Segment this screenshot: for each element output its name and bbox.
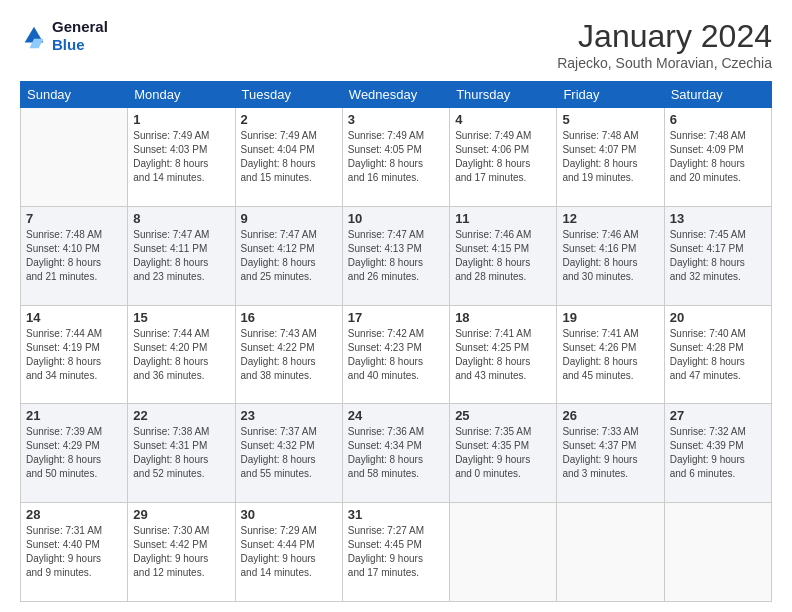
day-info: Sunrise: 7:33 AMSunset: 4:37 PMDaylight:…	[562, 425, 658, 481]
calendar-cell: 21Sunrise: 7:39 AMSunset: 4:29 PMDayligh…	[21, 404, 128, 503]
day-number: 31	[348, 507, 444, 522]
calendar-table: SundayMondayTuesdayWednesdayThursdayFrid…	[20, 81, 772, 602]
calendar-cell: 8Sunrise: 7:47 AMSunset: 4:11 PMDaylight…	[128, 206, 235, 305]
logo-icon	[20, 22, 48, 50]
calendar-cell: 31Sunrise: 7:27 AMSunset: 4:45 PMDayligh…	[342, 503, 449, 602]
day-number: 28	[26, 507, 122, 522]
day-number: 17	[348, 310, 444, 325]
day-number: 1	[133, 112, 229, 127]
header: General Blue January 2024 Rajecko, South…	[20, 18, 772, 71]
weekday-header-friday: Friday	[557, 82, 664, 108]
day-info: Sunrise: 7:31 AMSunset: 4:40 PMDaylight:…	[26, 524, 122, 580]
day-number: 30	[241, 507, 337, 522]
day-number: 2	[241, 112, 337, 127]
day-info: Sunrise: 7:49 AMSunset: 4:05 PMDaylight:…	[348, 129, 444, 185]
day-number: 14	[26, 310, 122, 325]
day-info: Sunrise: 7:44 AMSunset: 4:20 PMDaylight:…	[133, 327, 229, 383]
day-info: Sunrise: 7:38 AMSunset: 4:31 PMDaylight:…	[133, 425, 229, 481]
calendar-cell: 18Sunrise: 7:41 AMSunset: 4:25 PMDayligh…	[450, 305, 557, 404]
calendar-cell	[450, 503, 557, 602]
day-info: Sunrise: 7:29 AMSunset: 4:44 PMDaylight:…	[241, 524, 337, 580]
day-info: Sunrise: 7:41 AMSunset: 4:25 PMDaylight:…	[455, 327, 551, 383]
day-number: 11	[455, 211, 551, 226]
weekday-header-monday: Monday	[128, 82, 235, 108]
week-row-1: 7Sunrise: 7:48 AMSunset: 4:10 PMDaylight…	[21, 206, 772, 305]
week-row-0: 1Sunrise: 7:49 AMSunset: 4:03 PMDaylight…	[21, 108, 772, 207]
day-number: 3	[348, 112, 444, 127]
day-number: 27	[670, 408, 766, 423]
day-info: Sunrise: 7:49 AMSunset: 4:03 PMDaylight:…	[133, 129, 229, 185]
calendar-cell: 27Sunrise: 7:32 AMSunset: 4:39 PMDayligh…	[664, 404, 771, 503]
calendar-cell	[557, 503, 664, 602]
calendar-cell: 28Sunrise: 7:31 AMSunset: 4:40 PMDayligh…	[21, 503, 128, 602]
day-number: 9	[241, 211, 337, 226]
calendar-cell: 29Sunrise: 7:30 AMSunset: 4:42 PMDayligh…	[128, 503, 235, 602]
day-number: 19	[562, 310, 658, 325]
calendar-cell: 14Sunrise: 7:44 AMSunset: 4:19 PMDayligh…	[21, 305, 128, 404]
day-info: Sunrise: 7:47 AMSunset: 4:13 PMDaylight:…	[348, 228, 444, 284]
calendar-cell: 19Sunrise: 7:41 AMSunset: 4:26 PMDayligh…	[557, 305, 664, 404]
day-info: Sunrise: 7:27 AMSunset: 4:45 PMDaylight:…	[348, 524, 444, 580]
calendar-cell: 7Sunrise: 7:48 AMSunset: 4:10 PMDaylight…	[21, 206, 128, 305]
day-info: Sunrise: 7:43 AMSunset: 4:22 PMDaylight:…	[241, 327, 337, 383]
day-info: Sunrise: 7:47 AMSunset: 4:12 PMDaylight:…	[241, 228, 337, 284]
calendar-cell: 26Sunrise: 7:33 AMSunset: 4:37 PMDayligh…	[557, 404, 664, 503]
day-info: Sunrise: 7:48 AMSunset: 4:09 PMDaylight:…	[670, 129, 766, 185]
day-info: Sunrise: 7:48 AMSunset: 4:07 PMDaylight:…	[562, 129, 658, 185]
day-info: Sunrise: 7:49 AMSunset: 4:04 PMDaylight:…	[241, 129, 337, 185]
week-row-2: 14Sunrise: 7:44 AMSunset: 4:19 PMDayligh…	[21, 305, 772, 404]
weekday-header-sunday: Sunday	[21, 82, 128, 108]
day-number: 5	[562, 112, 658, 127]
day-info: Sunrise: 7:49 AMSunset: 4:06 PMDaylight:…	[455, 129, 551, 185]
week-row-4: 28Sunrise: 7:31 AMSunset: 4:40 PMDayligh…	[21, 503, 772, 602]
day-info: Sunrise: 7:37 AMSunset: 4:32 PMDaylight:…	[241, 425, 337, 481]
calendar-cell: 15Sunrise: 7:44 AMSunset: 4:20 PMDayligh…	[128, 305, 235, 404]
day-info: Sunrise: 7:41 AMSunset: 4:26 PMDaylight:…	[562, 327, 658, 383]
day-number: 12	[562, 211, 658, 226]
day-number: 26	[562, 408, 658, 423]
day-info: Sunrise: 7:48 AMSunset: 4:10 PMDaylight:…	[26, 228, 122, 284]
week-row-3: 21Sunrise: 7:39 AMSunset: 4:29 PMDayligh…	[21, 404, 772, 503]
day-number: 10	[348, 211, 444, 226]
calendar-cell: 23Sunrise: 7:37 AMSunset: 4:32 PMDayligh…	[235, 404, 342, 503]
day-info: Sunrise: 7:42 AMSunset: 4:23 PMDaylight:…	[348, 327, 444, 383]
calendar-cell: 4Sunrise: 7:49 AMSunset: 4:06 PMDaylight…	[450, 108, 557, 207]
calendar-cell: 1Sunrise: 7:49 AMSunset: 4:03 PMDaylight…	[128, 108, 235, 207]
calendar-cell: 2Sunrise: 7:49 AMSunset: 4:04 PMDaylight…	[235, 108, 342, 207]
calendar-cell: 13Sunrise: 7:45 AMSunset: 4:17 PMDayligh…	[664, 206, 771, 305]
day-info: Sunrise: 7:46 AMSunset: 4:15 PMDaylight:…	[455, 228, 551, 284]
calendar-cell: 11Sunrise: 7:46 AMSunset: 4:15 PMDayligh…	[450, 206, 557, 305]
calendar-cell: 24Sunrise: 7:36 AMSunset: 4:34 PMDayligh…	[342, 404, 449, 503]
day-number: 13	[670, 211, 766, 226]
calendar-cell	[664, 503, 771, 602]
location-subtitle: Rajecko, South Moravian, Czechia	[557, 55, 772, 71]
calendar-cell: 12Sunrise: 7:46 AMSunset: 4:16 PMDayligh…	[557, 206, 664, 305]
day-number: 7	[26, 211, 122, 226]
calendar-cell: 17Sunrise: 7:42 AMSunset: 4:23 PMDayligh…	[342, 305, 449, 404]
day-info: Sunrise: 7:45 AMSunset: 4:17 PMDaylight:…	[670, 228, 766, 284]
day-number: 29	[133, 507, 229, 522]
page: General Blue January 2024 Rajecko, South…	[0, 0, 792, 612]
day-info: Sunrise: 7:35 AMSunset: 4:35 PMDaylight:…	[455, 425, 551, 481]
month-title: January 2024	[557, 18, 772, 55]
logo-text: General Blue	[52, 18, 108, 54]
day-number: 22	[133, 408, 229, 423]
day-number: 15	[133, 310, 229, 325]
day-number: 20	[670, 310, 766, 325]
weekday-header-saturday: Saturday	[664, 82, 771, 108]
day-info: Sunrise: 7:46 AMSunset: 4:16 PMDaylight:…	[562, 228, 658, 284]
weekday-header-row: SundayMondayTuesdayWednesdayThursdayFrid…	[21, 82, 772, 108]
calendar-cell: 20Sunrise: 7:40 AMSunset: 4:28 PMDayligh…	[664, 305, 771, 404]
day-info: Sunrise: 7:40 AMSunset: 4:28 PMDaylight:…	[670, 327, 766, 383]
weekday-header-thursday: Thursday	[450, 82, 557, 108]
weekday-header-wednesday: Wednesday	[342, 82, 449, 108]
calendar-cell: 30Sunrise: 7:29 AMSunset: 4:44 PMDayligh…	[235, 503, 342, 602]
day-number: 25	[455, 408, 551, 423]
day-info: Sunrise: 7:47 AMSunset: 4:11 PMDaylight:…	[133, 228, 229, 284]
calendar-cell: 9Sunrise: 7:47 AMSunset: 4:12 PMDaylight…	[235, 206, 342, 305]
day-number: 6	[670, 112, 766, 127]
weekday-header-tuesday: Tuesday	[235, 82, 342, 108]
day-info: Sunrise: 7:39 AMSunset: 4:29 PMDaylight:…	[26, 425, 122, 481]
day-number: 4	[455, 112, 551, 127]
calendar-cell: 5Sunrise: 7:48 AMSunset: 4:07 PMDaylight…	[557, 108, 664, 207]
